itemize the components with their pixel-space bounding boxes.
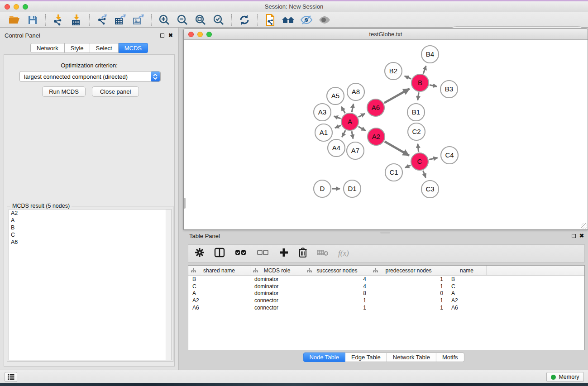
column-header-MCDS-role[interactable]: MCDS role — [250, 266, 304, 275]
task-menu-button[interactable] — [5, 372, 17, 382]
tab-network[interactable]: Network — [30, 43, 65, 53]
table-cell[interactable]: 1 — [370, 305, 447, 311]
column-header-name[interactable]: name — [447, 266, 487, 275]
table-cell[interactable]: 0 — [370, 290, 447, 296]
refresh-icon[interactable] — [238, 14, 251, 26]
node-B2[interactable]: B2 — [385, 62, 402, 80]
table-cell[interactable]: A6 — [188, 305, 250, 311]
result-item[interactable]: C — [9, 231, 171, 238]
show-all-icon[interactable] — [318, 14, 331, 26]
splitter-grip-vertical[interactable] — [184, 198, 186, 209]
node-A5[interactable]: A5 — [327, 87, 344, 105]
table-cell[interactable]: B — [447, 276, 487, 282]
edge-B-B3[interactable] — [430, 85, 437, 87]
tab-motifs[interactable]: Motifs — [436, 353, 464, 362]
node-B3[interactable]: B3 — [440, 81, 458, 98]
column-header-successor-nodes[interactable]: successor nodes — [304, 266, 370, 275]
zoom-selected-icon[interactable] — [212, 14, 225, 26]
node-A7[interactable]: A7 — [347, 142, 364, 159]
delete-column-icon[interactable] — [298, 247, 307, 260]
function-builder-icon[interactable]: f(x) — [338, 249, 349, 258]
import-table-icon[interactable] — [70, 14, 83, 26]
table-cell[interactable]: dominator — [250, 283, 304, 290]
node-B[interactable]: B — [411, 74, 429, 91]
column-visibility-icon[interactable] — [214, 248, 225, 259]
optimization-criterion-dropdown[interactable]: largest connected component (directed) — [19, 71, 161, 82]
edge-A-A6[interactable] — [359, 114, 365, 117]
select-all-icon[interactable] — [234, 248, 247, 259]
table-row[interactable]: Cdominator41C — [188, 283, 584, 290]
node-A8[interactable]: A8 — [347, 83, 364, 100]
mcds-result-list[interactable]: A2ABCA6 — [9, 209, 172, 360]
table-cell[interactable]: 1 — [370, 283, 447, 290]
settings-gear-icon[interactable] — [195, 248, 205, 259]
table-cell[interactable]: C — [188, 283, 250, 290]
node-table[interactable]: shared nameMCDS rolesuccessor nodesprede… — [188, 265, 585, 350]
result-item[interactable]: A — [9, 217, 171, 224]
table-cell[interactable]: A2 — [188, 297, 250, 304]
result-item[interactable]: B — [9, 224, 171, 231]
import-network-icon[interactable] — [52, 14, 65, 26]
edge-A-A5[interactable] — [341, 107, 345, 114]
table-row[interactable]: Bdominator41B — [188, 276, 584, 283]
table-cell[interactable]: 4 — [304, 276, 370, 282]
network-graph[interactable]: B4B2BB3B1A5A8A6A3AA1A2C2A4A7CC4C1C3DD1 — [184, 40, 588, 229]
node-B1[interactable]: B1 — [407, 104, 425, 121]
result-item[interactable]: A2 — [9, 210, 171, 217]
zoom-fit-icon[interactable] — [194, 14, 207, 26]
node-A[interactable]: A — [341, 113, 359, 130]
close-panel-icon[interactable]: ✖ — [168, 32, 173, 38]
table-cell[interactable]: A6 — [447, 305, 487, 311]
edge-A-A8[interactable] — [352, 104, 354, 112]
edge-A6-B[interactable] — [384, 89, 410, 103]
table-cell[interactable]: dominator — [250, 276, 304, 282]
export-image-icon[interactable] — [132, 14, 145, 26]
float-panel-icon[interactable] — [160, 33, 164, 38]
tab-network-table[interactable]: Network Table — [387, 353, 436, 362]
zoom-out-icon[interactable] — [176, 14, 189, 26]
table-cell[interactable]: C — [447, 283, 487, 290]
close-panel-button[interactable]: Close panel — [92, 86, 139, 97]
node-A4[interactable]: A4 — [328, 139, 345, 157]
table-cell[interactable]: 1 — [370, 297, 447, 304]
edge-C-C4[interactable] — [429, 158, 438, 160]
network-window-titlebar[interactable]: testGlobe.txt — [184, 29, 588, 40]
node-C[interactable]: C — [411, 153, 428, 170]
run-mcds-button[interactable]: Run MCDS — [42, 86, 86, 97]
close-table-panel-icon[interactable]: ✖ — [579, 233, 584, 239]
node-C4[interactable]: C4 — [441, 147, 458, 164]
add-column-icon[interactable] — [279, 248, 289, 259]
table-cell[interactable]: A — [447, 290, 487, 296]
delete-table-icon[interactable] — [317, 248, 329, 258]
edge-C-C2[interactable] — [418, 144, 419, 152]
edge-A2-C[interactable] — [385, 142, 409, 156]
network-from-document-icon[interactable] — [263, 14, 277, 26]
node-C1[interactable]: C1 — [385, 164, 402, 181]
edge-A-A1[interactable] — [335, 125, 341, 128]
column-header-shared-name[interactable]: shared name — [188, 266, 250, 275]
edge-A-A2[interactable] — [359, 127, 366, 131]
save-session-icon[interactable] — [26, 14, 39, 26]
open-file-icon[interactable] — [8, 14, 21, 26]
table-cell[interactable]: 4 — [304, 283, 370, 290]
home-overview-icon[interactable] — [282, 14, 295, 26]
network-canvas[interactable]: B4B2BB3B1A5A8A6A3AA1A2C2A4A7CC4C1C3DD1 — [184, 40, 588, 229]
table-cell[interactable]: 1 — [304, 297, 370, 304]
edge-A-A3[interactable] — [334, 116, 341, 119]
node-D[interactable]: D — [314, 180, 331, 197]
tab-select[interactable]: Select — [90, 43, 119, 53]
table-cell[interactable]: dominator — [250, 290, 304, 296]
node-A2[interactable]: A2 — [368, 128, 385, 145]
export-table-icon[interactable] — [114, 14, 127, 26]
hide-selected-icon[interactable] — [300, 14, 313, 26]
table-cell[interactable]: 1 — [304, 305, 370, 311]
node-A1[interactable]: A1 — [315, 124, 332, 141]
node-C3[interactable]: C3 — [421, 181, 439, 198]
node-A6[interactable]: A6 — [367, 99, 384, 116]
table-cell[interactable]: connector — [250, 297, 304, 304]
table-cell[interactable]: connector — [250, 305, 304, 311]
float-table-panel-icon[interactable] — [572, 234, 576, 238]
edge-C-C3[interactable] — [423, 171, 426, 178]
tab-mcds[interactable]: MCDS — [119, 43, 148, 53]
export-network-icon[interactable] — [96, 14, 109, 26]
